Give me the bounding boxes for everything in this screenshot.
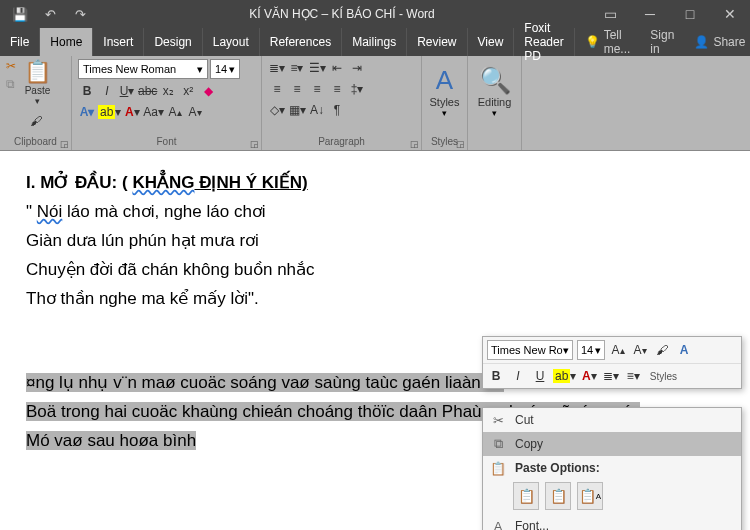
mini-italic[interactable]: I: [509, 367, 527, 385]
paragraph-group-label: Paragraph: [262, 136, 421, 150]
editing-label[interactable]: Editing: [478, 96, 512, 108]
tab-view[interactable]: View: [468, 28, 515, 56]
font-color-button[interactable]: A▾: [123, 103, 141, 121]
align-left-button[interactable]: ≡: [268, 80, 286, 98]
person-icon: 👤: [694, 35, 709, 49]
multilevel-list-button[interactable]: ☰▾: [308, 59, 326, 77]
font-dialog-launcher[interactable]: ◲: [250, 139, 259, 149]
tab-home[interactable]: Home: [40, 28, 93, 56]
italic-button[interactable]: I: [98, 82, 116, 100]
mini-toolbar: Times New Ro▾ 14▾ A▴ A▾ 🖌 A B I U ab▾ A▾…: [482, 336, 742, 389]
decrease-indent-button[interactable]: ⇤: [328, 59, 346, 77]
find-icon[interactable]: 🔍: [479, 65, 511, 96]
styles-label[interactable]: Styles: [430, 96, 460, 108]
superscript-button[interactable]: x²: [179, 82, 197, 100]
sort-button[interactable]: A↓: [308, 101, 326, 119]
titlebar: 💾 ↶ ↷ KÍ VĂN HỌC – KÍ BÁO CHÍ - Word ▭ ─…: [0, 0, 750, 28]
group-styles: A Styles ▾ Styles ◲: [422, 56, 468, 150]
paste-button[interactable]: 📋 Paste ▾: [24, 59, 51, 106]
increase-indent-button[interactable]: ⇥: [348, 59, 366, 77]
ctx-cut[interactable]: ✂ Cut: [483, 408, 741, 432]
line-spacing-button[interactable]: ‡▾: [348, 80, 366, 98]
justify-button[interactable]: ≡: [328, 80, 346, 98]
clipboard-dialog-launcher[interactable]: ◲: [60, 139, 69, 149]
styles-icon[interactable]: A: [436, 65, 453, 96]
mini-bullets[interactable]: ≣▾: [602, 367, 620, 385]
paragraph-dialog-launcher[interactable]: ◲: [410, 139, 419, 149]
ctx-copy-label: Copy: [515, 437, 543, 451]
redo-button[interactable]: ↷: [66, 2, 94, 26]
maximize-button[interactable]: □: [670, 0, 710, 28]
ctx-paste-options-header: 📋 Paste Options:: [483, 456, 741, 480]
font-name-select[interactable]: Times New Roman▾: [78, 59, 208, 79]
share-label: Share: [713, 35, 745, 49]
tell-me[interactable]: 💡Tell me...: [575, 28, 641, 56]
scissors-icon: ✂: [489, 413, 507, 428]
font-group-label: Font: [72, 136, 261, 150]
ctx-font[interactable]: A Font...: [483, 514, 741, 530]
copy-icon[interactable]: ⧉: [6, 77, 22, 93]
share-button[interactable]: 👤Share: [684, 28, 750, 56]
group-font: Times New Roman▾ 14▾ B I U▾ abc x₂ x² ◆ …: [72, 56, 262, 150]
mini-underline[interactable]: U: [531, 367, 549, 385]
font-size-select[interactable]: 14▾: [210, 59, 240, 79]
cut-icon[interactable]: ✂: [6, 59, 22, 75]
format-painter-icon[interactable]: 🖌: [6, 112, 65, 130]
tab-file[interactable]: File: [0, 28, 40, 56]
undo-button[interactable]: ↶: [36, 2, 64, 26]
paste-text-only[interactable]: 📋A: [577, 482, 603, 510]
mini-font-size[interactable]: 14▾: [577, 340, 605, 360]
mini-styles-label[interactable]: Styles: [646, 371, 680, 382]
close-button[interactable]: ✕: [710, 0, 750, 28]
paste-keep-source[interactable]: 📋: [513, 482, 539, 510]
bullets-button[interactable]: ≣▾: [268, 59, 286, 77]
borders-button[interactable]: ▦▾: [288, 101, 306, 119]
mini-font-size-value: 14: [581, 344, 593, 356]
change-case-button[interactable]: Aa▾: [143, 103, 164, 121]
align-right-button[interactable]: ≡: [308, 80, 326, 98]
ribbon: ✂ ⧉ 📋 Paste ▾ 🖌 Clipboard ◲ Times New Ro…: [0, 56, 750, 151]
ctx-copy[interactable]: ⧉ Copy: [483, 432, 741, 456]
mini-format-painter[interactable]: 🖌: [653, 341, 671, 359]
subscript-button[interactable]: x₂: [159, 82, 177, 100]
underline-button[interactable]: U▾: [118, 82, 136, 100]
mini-bold[interactable]: B: [487, 367, 505, 385]
clear-formatting-icon[interactable]: ◆: [199, 82, 217, 100]
chevron-down-icon: ▾: [595, 344, 601, 357]
mini-highlight[interactable]: ab▾: [553, 367, 576, 385]
tab-references[interactable]: References: [260, 28, 342, 56]
mini-font-name[interactable]: Times New Ro▾: [487, 340, 573, 360]
tab-review[interactable]: Review: [407, 28, 467, 56]
paste-merge[interactable]: 📋: [545, 482, 571, 510]
tab-insert[interactable]: Insert: [93, 28, 144, 56]
sign-in[interactable]: Sign in: [640, 28, 684, 56]
shading-button[interactable]: ◇▾: [268, 101, 286, 119]
save-button[interactable]: 💾: [6, 2, 34, 26]
shrink-font-button[interactable]: A▾: [186, 103, 204, 121]
mini-shrink-font[interactable]: A▾: [631, 341, 649, 359]
text-effects-button[interactable]: A▾: [78, 103, 96, 121]
ribbon-display-options[interactable]: ▭: [590, 0, 630, 28]
align-center-button[interactable]: ≡: [288, 80, 306, 98]
tab-layout[interactable]: Layout: [203, 28, 260, 56]
mini-numbering[interactable]: ≡▾: [624, 367, 642, 385]
mini-grow-font[interactable]: A▴: [609, 341, 627, 359]
strikethrough-button[interactable]: abc: [138, 82, 157, 100]
doc-line-5: Thơ thần nghe ma kể mấy lời".: [26, 285, 742, 314]
mini-styles-icon[interactable]: A: [675, 341, 693, 359]
tab-mailings[interactable]: Mailings: [342, 28, 407, 56]
highlight-button[interactable]: ab▾: [98, 103, 121, 121]
context-menu: ✂ Cut ⧉ Copy 📋 Paste Options: 📋 📋 📋A A F…: [482, 407, 742, 530]
tab-foxit[interactable]: Foxit Reader PD: [514, 28, 574, 56]
numbering-button[interactable]: ≡▾: [288, 59, 306, 77]
tab-design[interactable]: Design: [144, 28, 202, 56]
mini-font-name-value: Times New Ro: [491, 344, 563, 356]
minimize-button[interactable]: ─: [630, 0, 670, 28]
mini-font-color[interactable]: A▾: [580, 367, 598, 385]
styles-dialog-launcher[interactable]: ◲: [456, 139, 465, 149]
show-paragraph-marks-button[interactable]: ¶: [328, 101, 346, 119]
ribbon-tabs: File Home Insert Design Layout Reference…: [0, 28, 750, 56]
bold-button[interactable]: B: [78, 82, 96, 100]
doc-line-4: Chuyện đời đã chán không buồn nhắc: [26, 256, 742, 285]
grow-font-button[interactable]: A▴: [166, 103, 184, 121]
